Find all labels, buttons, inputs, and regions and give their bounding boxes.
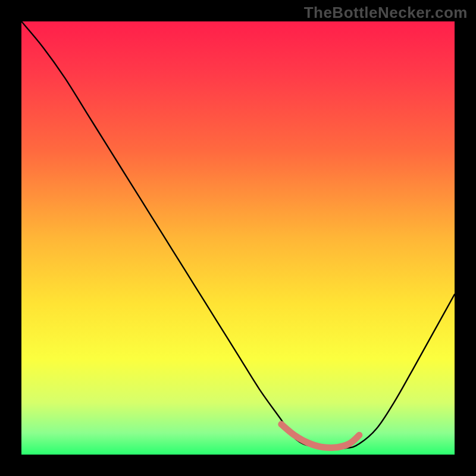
plot-gradient-background (21, 21, 455, 455)
watermark-label: TheBottleNecker.com (304, 4, 468, 22)
bottleneck-chart (0, 0, 476, 476)
chart-frame: TheBottleNecker.com (0, 0, 476, 476)
